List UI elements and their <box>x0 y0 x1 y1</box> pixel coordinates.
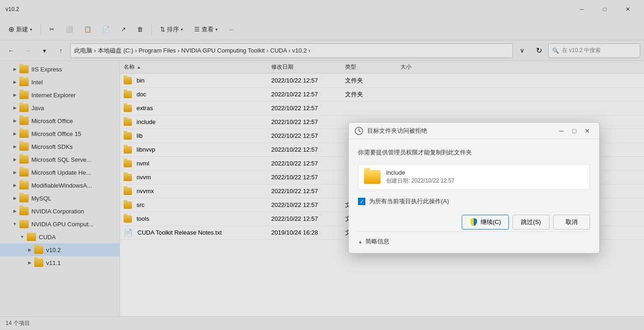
summary-label: 简略信息 <box>365 237 389 246</box>
skip-button[interactable]: 跳过(S) <box>513 215 549 230</box>
summary-collapse-icon: ▲ <box>358 239 363 244</box>
dialog-checkbox-label[interactable]: 为所有当前项目执行此操作(A) <box>369 197 449 206</box>
dialog-folder-icon <box>364 170 381 184</box>
dialog-file-date: 创建日期: 2022/10/22 12:57 <box>386 177 454 185</box>
dialog-summary[interactable]: ▲ 简略信息 <box>358 231 590 246</box>
dialog-checkbox[interactable]: ✓ <box>358 198 365 205</box>
dialog-titlebar: 目标文件夹访问被拒绝 ─ □ ✕ <box>349 123 599 139</box>
skip-label: 跳过(S) <box>521 218 541 226</box>
dialog-minimize-button[interactable]: ─ <box>555 125 568 136</box>
dialog-title-icon <box>354 126 364 136</box>
clock-icon <box>355 127 363 135</box>
dialog-body: 你需要提供管理员权限才能复制到此文件夹 include 创建日期: 2022/1… <box>349 139 599 253</box>
dialog-checkbox-row: ✓ 为所有当前项目执行此操作(A) <box>358 197 590 206</box>
dialog-buttons: 继续(C) 跳过(S) 取消 <box>358 215 590 230</box>
continue-button[interactable]: 继续(C) <box>462 215 509 230</box>
access-denied-dialog: 目标文件夹访问被拒绝 ─ □ ✕ 你需要提供管理员权限才能复制到此文件夹 inc… <box>348 122 600 253</box>
cancel-label: 取消 <box>566 218 578 226</box>
dialog-file-details: include 创建日期: 2022/10/22 12:57 <box>386 169 454 185</box>
checkbox-check-icon: ✓ <box>360 199 364 205</box>
continue-label: 继续(C) <box>481 218 501 226</box>
svg-line-2 <box>359 131 361 132</box>
dialog-file-info: include 创建日期: 2022/10/22 12:57 <box>358 164 590 190</box>
dialog-file-name: include <box>386 169 454 176</box>
cancel-button[interactable]: 取消 <box>553 215 590 230</box>
dialog-title-text: 目标文件夹访问被拒绝 <box>367 127 555 135</box>
shield-icon <box>470 218 478 227</box>
dialog-close-button[interactable]: ✕ <box>581 125 594 136</box>
dialog-maximize-button[interactable]: □ <box>568 125 581 136</box>
dialog-message: 你需要提供管理员权限才能复制到此文件夹 <box>358 148 590 157</box>
